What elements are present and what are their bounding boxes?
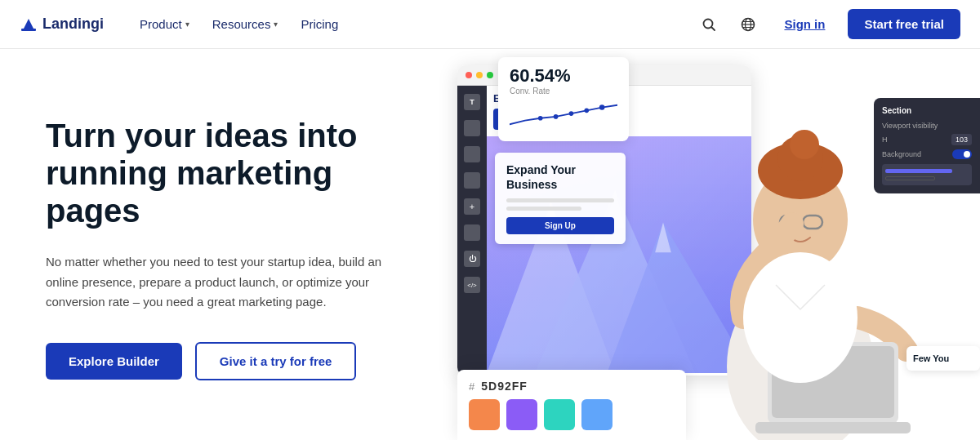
props-toggle-bg bbox=[952, 149, 972, 159]
logo[interactable]: Landingi bbox=[20, 16, 104, 33]
svg-line-3 bbox=[712, 27, 715, 30]
swatch-blue[interactable] bbox=[581, 399, 612, 430]
globe-icon bbox=[741, 17, 755, 32]
tool-plus: + bbox=[464, 198, 480, 215]
hero-title: Turn your ideas into running marketing p… bbox=[46, 117, 400, 229]
conversion-rate: 60.54% bbox=[510, 65, 617, 87]
props-section-title: Section bbox=[882, 106, 972, 115]
dot-red bbox=[466, 72, 472, 78]
svg-rect-32 bbox=[755, 422, 911, 433]
search-button[interactable] bbox=[696, 11, 722, 38]
language-button[interactable] bbox=[735, 11, 761, 38]
svg-rect-1 bbox=[21, 29, 36, 31]
conversion-card: 60.54% Conv. Rate bbox=[498, 57, 629, 141]
nav-actions: Sign in Start free trial bbox=[696, 9, 960, 39]
lp-line-1 bbox=[506, 198, 614, 202]
few-card: Few You bbox=[906, 346, 980, 371]
color-hex-value: 5D92FF bbox=[481, 380, 528, 393]
nav-product[interactable]: Product ▾ bbox=[130, 11, 199, 38]
tool-shape bbox=[464, 146, 480, 162]
hero-buttons: Explore Builder Give it a try for free bbox=[46, 342, 400, 380]
panel-sidebar: T + ⏻ </> bbox=[457, 86, 487, 373]
svg-point-13 bbox=[538, 116, 543, 121]
dot-green bbox=[487, 72, 493, 78]
nav-resources[interactable]: Resources ▾ bbox=[203, 11, 288, 38]
svg-marker-0 bbox=[23, 19, 34, 30]
tool-transform bbox=[464, 224, 480, 241]
props-row-bg: Background bbox=[882, 149, 972, 159]
signin-button[interactable]: Sign in bbox=[774, 11, 835, 38]
conversion-chart bbox=[510, 100, 617, 130]
chevron-down-icon: ▾ bbox=[185, 20, 189, 29]
svg-point-11 bbox=[569, 111, 574, 116]
properties-panel: Section Viewport visibility H 103 Backgr… bbox=[874, 98, 980, 193]
svg-point-33 bbox=[743, 252, 858, 383]
lp-line-2 bbox=[506, 207, 581, 211]
color-hash-symbol: # bbox=[469, 380, 474, 393]
props-label-visibility: Viewport visibility bbox=[882, 122, 938, 130]
conversion-label: Conv. Rate bbox=[510, 87, 617, 96]
tool-code: </> bbox=[464, 277, 480, 293]
props-val-h: 103 bbox=[951, 134, 972, 145]
search-icon bbox=[702, 17, 716, 32]
trial-button[interactable]: Start free trial bbox=[848, 9, 960, 39]
hero-section: Turn your ideas into running marketing p… bbox=[0, 49, 433, 440]
main-content: Turn your ideas into running marketing p… bbox=[0, 49, 980, 440]
explore-builder-button[interactable]: Explore Builder bbox=[46, 343, 182, 380]
svg-point-12 bbox=[554, 114, 559, 119]
swatch-teal[interactable] bbox=[544, 399, 575, 430]
color-swatches bbox=[469, 399, 675, 430]
svg-point-10 bbox=[584, 109, 589, 113]
tool-image bbox=[464, 120, 480, 136]
tool-text: T bbox=[464, 94, 480, 110]
lp-heading: Expand Your Business bbox=[506, 162, 614, 192]
props-label-h: H bbox=[882, 136, 888, 144]
color-hex-row: # 5D92FF bbox=[469, 380, 675, 393]
brand-name: Landingi bbox=[42, 16, 104, 33]
nav-pricing[interactable]: Pricing bbox=[291, 11, 348, 38]
svg-point-26 bbox=[790, 130, 819, 159]
hero-description: No matter whether you need to test your … bbox=[46, 252, 397, 313]
svg-point-9 bbox=[599, 104, 605, 110]
lp-signup-button: Sign Up bbox=[506, 217, 614, 234]
try-free-button[interactable]: Give it a try for free bbox=[195, 342, 357, 380]
props-row-visibility: Viewport visibility bbox=[882, 122, 972, 130]
navbar: Landingi Product ▾ Resources ▾ Pricing bbox=[0, 0, 980, 49]
tool-power: ⏻ bbox=[464, 251, 480, 267]
nav-links: Product ▾ Resources ▾ Pricing bbox=[130, 11, 696, 38]
props-row-h: H 103 bbox=[882, 134, 972, 145]
dot-yellow bbox=[476, 72, 483, 78]
svg-point-2 bbox=[704, 19, 713, 28]
color-panel: # 5D92FF bbox=[457, 370, 686, 440]
lp-content-box: Expand Your Business Sign Up bbox=[495, 153, 626, 244]
props-label-bg: Background bbox=[882, 150, 921, 158]
logo-icon bbox=[20, 16, 38, 33]
swatch-orange[interactable] bbox=[469, 399, 500, 430]
tool-layout bbox=[464, 172, 480, 189]
hero-illustration: 60.54% Conv. Rate T bbox=[433, 49, 980, 440]
swatch-purple[interactable] bbox=[506, 399, 537, 430]
chevron-down-icon: ▾ bbox=[274, 20, 278, 29]
